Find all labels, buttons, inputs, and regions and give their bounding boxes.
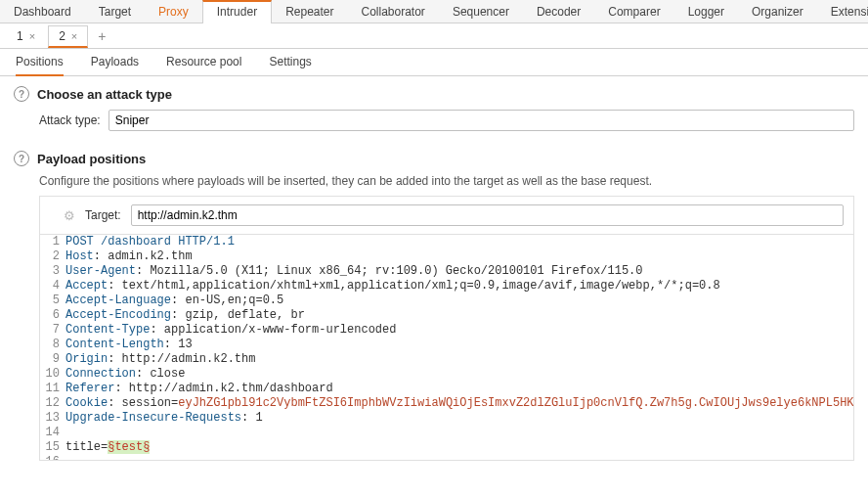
code-content[interactable]: Upgrade-Insecure-Requests: 1	[65, 411, 263, 426]
editor-line: 2Host: admin.k2.thm	[40, 249, 853, 264]
help-icon[interactable]: ?	[14, 151, 29, 166]
sub-tab-settings[interactable]: Settings	[269, 55, 311, 75]
payload-positions-section: ? Payload positions Configure the positi…	[0, 137, 868, 467]
code-content[interactable]: Content-Length: 13	[65, 338, 193, 352]
top-tab-sequencer[interactable]: Sequencer	[439, 0, 523, 23]
editor-line: 14	[40, 426, 853, 440]
gear-icon[interactable]: ⚙	[64, 208, 75, 223]
top-tab-dashboard[interactable]: Dashboard	[0, 0, 85, 23]
editor-line: 3User-Agent: Mozilla/5.0 (X11; Linux x86…	[40, 264, 853, 279]
line-number: 10	[40, 367, 65, 382]
intruder-tab-2[interactable]: 2×	[48, 25, 88, 48]
editor-line: 10Connection: close	[40, 367, 853, 382]
payload-positions-desc: Configure the positions where payloads w…	[39, 174, 854, 188]
sub-tab-resource-pool[interactable]: Resource pool	[166, 55, 241, 75]
close-icon[interactable]: ×	[71, 30, 77, 42]
editor-line: 1POST /dashboard HTTP/1.1	[40, 235, 853, 249]
attack-type-section: ? Choose an attack type Attack type:	[0, 76, 868, 137]
code-content[interactable]: Origin: http://admin.k2.thm	[65, 352, 255, 367]
target-label: Target:	[85, 208, 121, 222]
line-number: 12	[40, 396, 65, 411]
top-tab-comparer[interactable]: Comparer	[594, 0, 673, 23]
top-tab-logger[interactable]: Logger	[674, 0, 738, 23]
code-content[interactable]: Accept-Language: en-US,en;q=0.5	[65, 294, 283, 308]
editor-line: 4Accept: text/html,application/xhtml+xml…	[40, 279, 853, 294]
line-number: 5	[40, 294, 65, 308]
line-number: 13	[40, 411, 65, 426]
editor-line: 6Accept-Encoding: gzip, deflate, br	[40, 308, 853, 323]
line-number: 15	[40, 440, 65, 455]
line-number: 8	[40, 338, 65, 352]
code-content[interactable]: Host: admin.k2.thm	[65, 249, 193, 264]
code-content[interactable]: Content-Type: application/x-www-form-url…	[65, 323, 396, 338]
code-content[interactable]: Accept: text/html,application/xhtml+xml,…	[65, 279, 720, 294]
request-editor[interactable]: 1POST /dashboard HTTP/1.12Host: admin.k2…	[39, 234, 854, 461]
sub-tab-positions[interactable]: Positions	[16, 55, 64, 76]
editor-line: 7Content-Type: application/x-www-form-ur…	[40, 323, 853, 338]
top-tab-repeater[interactable]: Repeater	[272, 0, 347, 23]
sub-tab-payloads[interactable]: Payloads	[91, 55, 139, 75]
top-tab-proxy[interactable]: Proxy	[145, 0, 202, 23]
editor-line: 9Origin: http://admin.k2.thm	[40, 352, 853, 367]
attack-type-title: Choose an attack type	[37, 87, 172, 102]
attack-type-label: Attack type:	[39, 113, 101, 127]
top-tab-intruder[interactable]: Intruder	[202, 0, 272, 23]
editor-line: 11Referer: http://admin.k2.thm/dashboard	[40, 382, 853, 396]
line-number: 6	[40, 308, 65, 323]
top-tab-extension[interactable]: Extension	[817, 0, 868, 23]
help-icon[interactable]: ?	[14, 86, 29, 102]
intruder-sub-tabs: PositionsPayloadsResource poolSettings	[0, 49, 868, 76]
top-tab-collaborator[interactable]: Collaborator	[348, 0, 439, 23]
code-content[interactable]: POST /dashboard HTTP/1.1	[65, 235, 235, 249]
target-row: ⚙ Target:	[39, 196, 854, 234]
top-tab-target[interactable]: Target	[85, 0, 145, 23]
code-content[interactable]: User-Agent: Mozilla/5.0 (X11; Linux x86_…	[65, 264, 643, 279]
line-number: 16	[40, 455, 65, 461]
line-number: 4	[40, 279, 65, 294]
top-tab-organizer[interactable]: Organizer	[738, 0, 817, 23]
code-content[interactable]: Referer: http://admin.k2.thm/dashboard	[65, 382, 333, 396]
line-number: 3	[40, 264, 65, 279]
line-number: 1	[40, 235, 65, 249]
editor-line: 13Upgrade-Insecure-Requests: 1	[40, 411, 853, 426]
payload-positions-title: Payload positions	[37, 152, 146, 166]
line-number: 11	[40, 382, 65, 396]
target-input[interactable]	[131, 204, 844, 226]
editor-line: 5Accept-Language: en-US,en;q=0.5	[40, 294, 853, 308]
top-tab-decoder[interactable]: Decoder	[523, 0, 594, 23]
line-number: 2	[40, 249, 65, 264]
line-number: 14	[40, 426, 65, 440]
attack-type-select[interactable]	[108, 110, 854, 131]
top-tab-bar: DashboardTargetProxyIntruderRepeaterColl…	[0, 0, 868, 23]
intruder-tab-1[interactable]: 1×	[6, 25, 46, 46]
editor-line: 12Cookie: session=eyJhZG1pbl91c2VybmFtZS…	[40, 396, 853, 411]
intruder-tab-strip: 1×2×+	[0, 23, 868, 49]
code-content[interactable]: Connection: close	[65, 367, 185, 382]
add-tab-button[interactable]: +	[90, 26, 113, 46]
editor-line: 15title=§test§	[40, 440, 853, 455]
line-number: 7	[40, 323, 65, 338]
code-content[interactable]: Accept-Encoding: gzip, deflate, br	[65, 308, 305, 323]
line-number: 9	[40, 352, 65, 367]
editor-line: 8Content-Length: 13	[40, 338, 853, 352]
editor-line: 16	[40, 455, 853, 461]
code-content[interactable]: title=§test§	[65, 440, 150, 455]
code-content[interactable]: Cookie: session=eyJhZG1pbl91c2VybmFtZSI6…	[65, 396, 854, 411]
close-icon[interactable]: ×	[29, 30, 35, 42]
